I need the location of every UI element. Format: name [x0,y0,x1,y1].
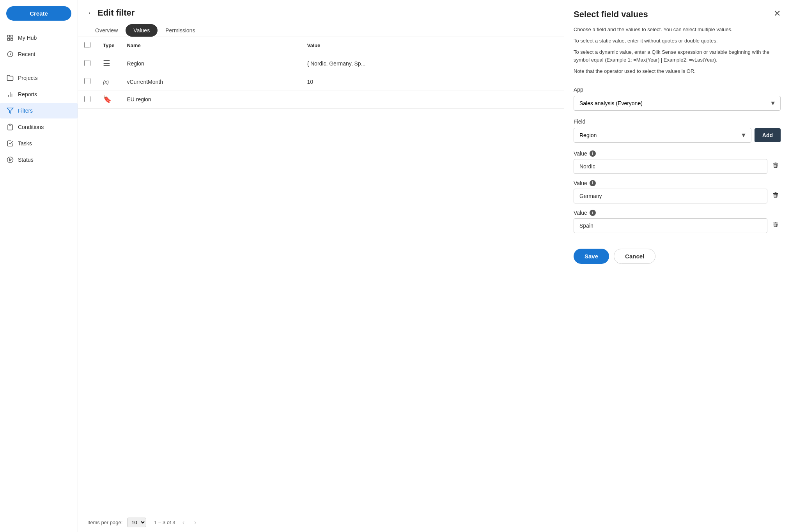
row-checkbox-cell [78,73,97,90]
svg-rect-2 [7,39,9,41]
delete-value-1-button[interactable] [771,160,781,172]
check-square-icon [6,140,14,147]
table-row: 🔖 EU region [78,90,564,109]
value-label-row-2: Value i [574,180,781,186]
row-checkbox[interactable] [84,60,90,66]
field-label: Field [574,118,781,125]
value-label-2: Value [574,180,587,186]
items-per-page-select[interactable]: 10 25 50 [127,518,146,527]
sidebar-item-label-tasks: Tasks [18,140,32,147]
bottom-actions: Save Cancel [574,249,781,264]
tab-permissions[interactable]: Permissions [158,24,203,37]
main-area: ← Edit filter Overview Values Permission… [78,0,564,532]
select-all-checkbox[interactable] [84,42,90,48]
sidebar-item-projects[interactable]: Projects [0,70,78,86]
sidebar-item-filters[interactable]: Filters [0,103,78,118]
create-button[interactable]: Create [6,6,71,21]
desc-line2: To select a static value, enter it witho… [574,37,781,45]
sidebar-item-label-filters: Filters [18,108,33,114]
filter-table-area: Type Name Value ☰ Region [78,37,564,513]
select-field-values-panel: Select field values ✕ Choose a field and… [564,0,790,532]
svg-rect-1 [11,35,13,37]
row-checkbox[interactable] [84,78,90,84]
row-type-cell: ☰ [97,54,120,73]
edit-filter-header: ← Edit filter [78,0,564,18]
grid-icon [6,34,14,42]
col-type: Type [97,37,120,54]
delete-value-3-button[interactable] [771,219,781,232]
app-section: App Sales analysis (Everyone) ▼ [574,87,781,111]
value-label-3: Value [574,210,587,216]
row-value-cell [301,90,564,109]
row-checkbox[interactable] [84,96,90,102]
app-select[interactable]: Sales analysis (Everyone) [574,96,781,111]
back-arrow-icon[interactable]: ← [87,9,94,17]
delete-value-2-button[interactable] [771,190,781,202]
next-page-button[interactable]: › [192,518,199,527]
info-icon-1: i [590,150,596,157]
sidebar-item-conditions[interactable]: Conditions [0,119,78,135]
value-input-3[interactable] [574,218,767,233]
save-button[interactable]: Save [574,249,609,264]
row-value-cell: { Nordic, Germany, Sp... [301,54,564,73]
value-label-1: Value [574,150,587,157]
info-icon-2: i [590,180,596,186]
prev-page-button[interactable]: ‹ [180,518,187,527]
field-select[interactable]: Region [574,128,751,143]
sidebar-item-label-reports: Reports [18,91,37,97]
svg-rect-0 [7,35,9,37]
edit-filter-panel: ← Edit filter Overview Values Permission… [78,0,564,532]
items-per-page-label: Items per page: [87,520,122,525]
sidebar-item-reports[interactable]: Reports [0,87,78,102]
clock-icon [6,50,14,58]
sidebar-item-status[interactable]: Status [0,152,78,168]
svg-point-10 [7,157,13,163]
tab-values[interactable]: Values [126,24,158,37]
col-name: Name [120,37,301,54]
create-section: Create [6,6,71,21]
edit-filter-title: Edit filter [97,8,135,18]
filter-table: Type Name Value ☰ Region [78,37,564,109]
row-name-cell: Region [120,54,301,73]
value-label-row-1: Value i [574,150,781,157]
tab-overview[interactable]: Overview [87,24,126,37]
cancel-button[interactable]: Cancel [614,249,655,264]
close-button[interactable]: ✕ [774,9,781,18]
value-row-1 [574,159,781,174]
value-row-2 [574,189,781,203]
value-input-2[interactable] [574,189,767,203]
table-row: ☰ Region { Nordic, Germany, Sp... [78,54,564,73]
sidebar-item-my-hub[interactable]: My Hub [0,30,78,46]
field-section: Field Region ▼ Add [574,118,781,143]
field-select-wrapper: Region ▼ [574,128,751,143]
add-button[interactable]: Add [755,128,781,142]
sidebar-item-label-status: Status [18,157,34,163]
clipboard-icon [6,123,14,131]
value-section-3: Value i [574,210,781,233]
panel-description: Choose a field and the values to select.… [574,26,781,79]
col-checkbox [78,37,97,54]
bar-chart-icon [6,90,14,98]
table-row: (x) vCurrentMonth 10 [78,73,564,90]
panel-header: Select field values ✕ [574,9,781,19]
sidebar-item-tasks[interactable]: Tasks [0,136,78,151]
variable-type-icon: (x) [103,79,109,85]
sidebar-item-recent[interactable]: Recent [0,46,78,62]
sidebar-item-label-recent: Recent [18,51,35,57]
sidebar-nav: My Hub Recent Projects Reports [0,30,78,168]
value-input-1[interactable] [574,159,767,174]
col-value: Value [301,37,564,54]
panel-title: Select field values [574,9,648,19]
bookmark-type-icon: 🔖 [103,95,112,103]
svg-rect-3 [11,39,13,41]
desc-line4: Note that the operator used to select th… [574,67,781,76]
value-row-3 [574,218,781,233]
value-label-row-3: Value i [574,210,781,216]
row-type-cell: 🔖 [97,90,120,109]
sidebar-item-label-conditions: Conditions [18,124,44,130]
desc-line1: Choose a field and the values to select.… [574,26,781,34]
svg-rect-9 [9,124,11,125]
sidebar-item-label-projects: Projects [18,75,38,81]
field-row: Region ▼ Add [574,128,781,143]
info-icon-3: i [590,210,596,216]
